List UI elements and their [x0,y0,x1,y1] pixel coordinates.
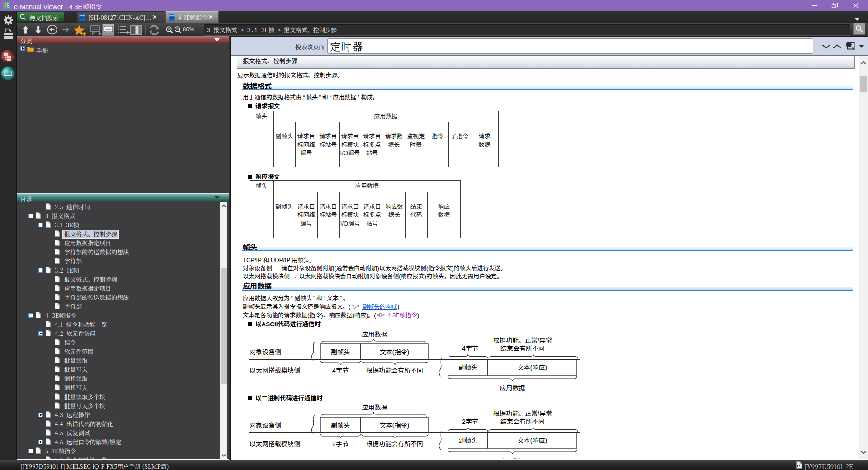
svg-text:根据功能会有所不同: 根据功能会有所不同 [366,440,423,447]
svg-text:文本(指令): 文本(指令) [380,421,409,428]
svg-text:根据功能会有所不同: 根据功能会有所不同 [366,367,423,374]
svg-text:4字节: 4字节 [332,367,349,374]
svg-text:副帧头: 副帧头 [331,421,350,428]
svg-text:4字节: 4字节 [462,345,478,352]
svg-text:应用数据: 应用数据 [362,404,387,411]
svg-text:对象设备侧: 对象设备侧 [250,421,281,428]
svg-text:根据功能、正常/异常: 根据功能、正常/异常 [493,337,552,344]
svg-text:应用数据: 应用数据 [362,331,387,338]
svg-text:结束会有所不同: 结束会有所不同 [500,345,545,352]
svg-text:副帧头: 副帧头 [331,348,350,356]
svg-text:2字节: 2字节 [462,418,478,425]
svg-text:文本(指令): 文本(指令) [380,348,409,356]
svg-text:2字节: 2字节 [332,440,349,447]
svg-text:根据功能、正常/异常: 根据功能、正常/异常 [493,410,552,417]
svg-text:应用数据: 应用数据 [500,458,525,460]
svg-text:副帧头: 副帧头 [458,437,477,444]
svg-text:以太网搭载模块侧: 以太网搭载模块侧 [250,440,300,447]
svg-text:对象设备侧: 对象设备侧 [250,348,281,356]
svg-text:结束会有所不同: 结束会有所不同 [500,418,545,425]
svg-text:文本(响应): 文本(响应) [518,364,547,371]
svg-text:文本(响应): 文本(响应) [518,437,547,444]
svg-text:应用数据: 应用数据 [500,385,525,392]
svg-text:副帧头: 副帧头 [458,364,477,371]
svg-text:以太网搭载模块侧: 以太网搭载模块侧 [250,367,300,374]
svg-text:P: P [797,464,800,468]
